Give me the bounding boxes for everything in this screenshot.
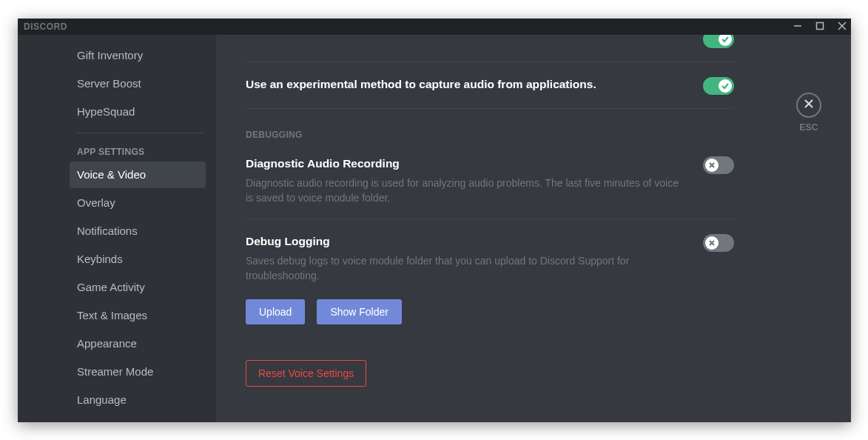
section-header-debugging: DEBUGGING <box>246 130 734 140</box>
setting-audio-capture: Use an experimental method to capture au… <box>246 62 734 109</box>
close-icon <box>803 98 815 113</box>
sidebar-item-streamer-mode[interactable]: Streamer Mode <box>70 359 206 385</box>
settings-sidebar[interactable]: Gift Inventory Server Boost HypeSquad AP… <box>18 35 216 422</box>
show-folder-button[interactable]: Show Folder <box>317 299 402 324</box>
settings-content: Use our latest technology to capture you… <box>216 35 851 422</box>
reset-voice-settings-button[interactable]: Reset Voice Settings <box>246 360 366 387</box>
close-window-icon[interactable] <box>838 20 847 33</box>
sidebar-item-text-images[interactable]: Text & Images <box>70 302 206 329</box>
toggle-screen-capture[interactable] <box>703 35 734 48</box>
sidebar-item-game-activity[interactable]: Game Activity <box>70 274 206 301</box>
setting-screen-capture: Use our latest technology to capture you… <box>246 35 734 62</box>
brand-logo: DISCORD <box>24 21 67 32</box>
toggle-diagnostic-audio[interactable] <box>703 156 734 174</box>
toggle-debug-logging[interactable] <box>703 234 734 252</box>
setting-debug-logging: Debug Logging Saves debug logs to voice … <box>246 219 734 286</box>
maximize-icon[interactable] <box>815 20 824 33</box>
toggle-audio-capture[interactable] <box>703 77 734 95</box>
sidebar-item-appearance[interactable]: Appearance <box>70 330 206 357</box>
setting-description: Saves debug logs to voice module folder … <box>246 253 688 283</box>
setting-title: Debug Logging <box>246 234 688 249</box>
sidebar-item-server-boost[interactable]: Server Boost <box>70 70 206 97</box>
sidebar-item-windows-settings[interactable]: Windows Settings <box>70 415 206 422</box>
sidebar-item-hypesquad[interactable]: HypeSquad <box>70 99 206 125</box>
sidebar-item-gift-inventory[interactable]: Gift Inventory <box>70 42 206 69</box>
close-hint: ESC <box>799 122 818 133</box>
setting-description: Diagnostic audio recording is used for a… <box>246 176 688 205</box>
close-button[interactable] <box>796 93 821 118</box>
sidebar-item-language[interactable]: Language <box>70 387 206 413</box>
sidebar-section-header: APP SETTINGS <box>70 133 212 161</box>
app-window: DISCORD Gift Inventory Server Boost Hype… <box>18 19 851 422</box>
sidebar-item-keybinds[interactable]: Keybinds <box>70 246 206 273</box>
upload-button[interactable]: Upload <box>246 299 305 324</box>
titlebar: DISCORD <box>18 19 851 35</box>
setting-title: Use an experimental method to capture au… <box>246 77 688 92</box>
setting-diagnostic-audio: Diagnostic Audio Recording Diagnostic au… <box>246 141 734 219</box>
setting-title: Diagnostic Audio Recording <box>246 156 688 171</box>
sidebar-item-overlay[interactable]: Overlay <box>70 190 206 216</box>
close-settings: ESC <box>796 93 821 133</box>
content-scroll[interactable]: Use our latest technology to capture you… <box>216 35 851 422</box>
minimize-icon[interactable] <box>793 20 802 33</box>
sidebar-item-notifications[interactable]: Notifications <box>70 218 206 244</box>
sidebar-item-voice-video[interactable]: Voice & Video <box>70 161 206 188</box>
svg-rect-1 <box>817 23 824 30</box>
